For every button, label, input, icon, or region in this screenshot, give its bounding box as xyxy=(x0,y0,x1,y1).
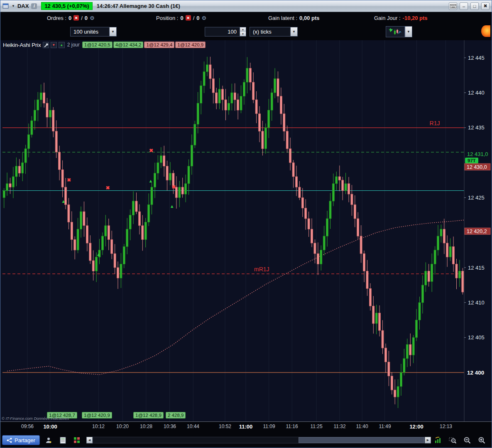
units-dropdown[interactable]: 100 unités ▼ xyxy=(70,27,117,37)
spin-down-icon[interactable]: ▾ xyxy=(240,32,246,37)
copyright-watermark: © IT-Finance.com Données indicatives xyxy=(2,416,69,421)
zoom-in-icon[interactable] xyxy=(477,436,486,444)
chevron-down-icon[interactable]: ▼ xyxy=(12,4,15,8)
orders-group: Ordres : 0 ✖ / 0 ⚙ xyxy=(47,15,93,21)
quantity-stepper[interactable]: 100 ▴ ▾ xyxy=(205,27,246,37)
units-value: 100 unités xyxy=(71,29,109,35)
time-axis-label: 11:25 xyxy=(310,424,322,429)
zoom-selection-icon[interactable] xyxy=(448,436,457,444)
timeframe-dropdown[interactable]: (x) ticks ▼ xyxy=(250,27,298,37)
orders-settings-icon[interactable]: ⚙ xyxy=(90,15,93,21)
gain-day-group: Gain Jour : -10,20 pts xyxy=(374,15,428,21)
time-axis-label: 11:49 xyxy=(379,424,391,429)
svg-text:▲: ▲ xyxy=(61,199,66,204)
position-group: Position : 0 ✖ / 0 ⚙ xyxy=(156,15,205,21)
scrollbar-thumb[interactable] xyxy=(299,437,424,443)
app-window-icon xyxy=(2,3,9,9)
quantity-value: 100 xyxy=(205,29,240,35)
svg-text:▲: ▲ xyxy=(170,204,174,209)
executed-order-tag[interactable]: 1@12 420,9 xyxy=(82,412,112,419)
share-button[interactable]: Partager xyxy=(2,435,40,445)
time-axis-label: 10:00 xyxy=(43,424,57,430)
scrollbar-track[interactable] xyxy=(93,437,425,443)
info-icon[interactable]: i xyxy=(31,3,37,9)
svg-text:12 430,0: 12 430,0 xyxy=(467,164,487,170)
svg-text:12 431,0: 12 431,0 xyxy=(467,151,488,157)
svg-text:12 440: 12 440 xyxy=(468,90,485,96)
buy-shortcut-icon[interactable]: ▲ xyxy=(59,42,65,48)
close-button[interactable]: ✖ xyxy=(481,2,490,10)
indicator-overlay: Heikin-Ashi Prix ▼ ▲ 2 jour 1@12 420,54@… xyxy=(3,41,206,48)
bottom-toolbar: Partager ◀ ▶ xyxy=(0,432,492,448)
candles xyxy=(3,57,464,408)
svg-text:✖: ✖ xyxy=(105,185,110,191)
timeframe-value: (x) ticks xyxy=(250,29,290,35)
time-axis-label: 11:16 xyxy=(286,424,298,429)
chart-area[interactable]: R1JmR1J▲✖▲✖▲✖▲✖12 44512 44012 43512 4251… xyxy=(0,40,492,422)
svg-text:12 415: 12 415 xyxy=(468,265,485,271)
scroll-left-button[interactable]: ◀ xyxy=(86,437,93,443)
position-count-2: 0 xyxy=(196,15,199,21)
time-axis-label: 11:32 xyxy=(333,424,345,429)
svg-text:12 425: 12 425 xyxy=(468,195,485,201)
cancel-orders-icon[interactable]: ✖ xyxy=(73,15,79,20)
gain-day-value: -10,20 pts xyxy=(403,15,428,21)
scroll-right-button[interactable]: ▶ xyxy=(425,437,431,443)
gain-latent-value: 0,00 pts xyxy=(299,15,319,21)
svg-text:▲: ▲ xyxy=(96,252,101,257)
maximize-button[interactable]: □ xyxy=(470,2,479,10)
time-axis-label: 09:56 xyxy=(21,424,34,429)
title-bar: ▼ DAX i 12 430,5 (+0,07%) 14:26:47 Allem… xyxy=(0,0,492,12)
time-axis-label: 10:44 xyxy=(187,424,199,429)
fit-chart-icon[interactable] xyxy=(434,436,442,444)
svg-text:97T: 97T xyxy=(468,158,476,163)
gain-day-label: Gain Jour : xyxy=(374,15,401,21)
svg-text:✖: ✖ xyxy=(172,184,176,190)
wrench-icon[interactable] xyxy=(43,42,49,48)
chart-style-dropdown[interactable]: ▼ xyxy=(405,26,412,37)
order-tag[interactable]: 1@12 420,9 xyxy=(175,41,206,48)
orders-label: Ordres : xyxy=(47,15,66,21)
order-tag[interactable]: 4@12 434,2 xyxy=(113,41,144,48)
chart-canvas[interactable]: R1JmR1J▲✖▲✖▲✖▲✖12 44512 44012 43512 4251… xyxy=(0,40,492,423)
time-axis-label: 11:40 xyxy=(356,424,368,429)
time-axis-label: 12:13 xyxy=(440,424,452,429)
position-count: 0 xyxy=(180,15,183,21)
chevron-down-icon[interactable]: ▼ xyxy=(290,27,297,36)
orders-open-count: 0 xyxy=(69,15,71,21)
streaming-status-icon[interactable] xyxy=(481,25,490,37)
time-axis-label: 12:00 xyxy=(409,424,423,430)
svg-text:12 410: 12 410 xyxy=(468,299,485,306)
quote-badge: 12 430,5 (+0,07%) xyxy=(41,2,92,10)
window-title-text: 14:26:47 Allemagne 30 Cash (1€) xyxy=(97,3,180,9)
indicator-label: Heikin-Ashi Prix xyxy=(3,42,41,48)
svg-text:12 405: 12 405 xyxy=(468,334,485,341)
time-axis-label: 10:36 xyxy=(164,424,176,429)
spin-up-icon[interactable]: ▴ xyxy=(240,27,246,32)
horizontal-scrollbar[interactable]: ◀ ▶ xyxy=(86,437,431,443)
chart-style-button[interactable] xyxy=(386,26,405,37)
time-axis-label: 10:20 xyxy=(116,424,129,429)
executed-order-tag[interactable]: 1@12 428,9 xyxy=(133,412,164,419)
chart-toolbar: 100 unités ▼ 100 ▴ ▾ (x) ticks ▼ ▼ xyxy=(0,23,492,40)
time-axis-label: 10:52 xyxy=(219,424,231,429)
minimize-button[interactable]: – xyxy=(460,2,468,10)
share-icon xyxy=(7,438,12,443)
news-icon[interactable] xyxy=(59,436,67,444)
price-chart-svg[interactable]: R1JmR1J▲✖▲✖▲✖▲✖12 44512 44012 43512 4251… xyxy=(0,40,492,421)
executed-order-tag[interactable]: 2 428,9 xyxy=(166,412,186,419)
order-tag[interactable]: 1@12 420,5 xyxy=(82,41,113,48)
position-settings-icon[interactable]: ⚙ xyxy=(202,15,206,21)
zoom-out-icon[interactable] xyxy=(463,436,471,444)
svg-text:12 400: 12 400 xyxy=(467,370,484,376)
order-tag[interactable]: 1@12 429,4 xyxy=(144,41,174,48)
market-depth-icon[interactable] xyxy=(73,436,81,444)
sell-shortcut-icon[interactable]: ▼ xyxy=(51,42,57,48)
orders-separator: / xyxy=(81,15,83,21)
close-position-icon[interactable]: ✖ xyxy=(186,15,191,20)
account-icon[interactable] xyxy=(44,436,53,444)
keyboard-icon[interactable] xyxy=(449,2,457,10)
chevron-down-icon[interactable]: ▼ xyxy=(109,27,116,36)
time-axis-label: 10:12 xyxy=(92,424,105,429)
quantity-spinner[interactable]: ▴ ▾ xyxy=(240,27,246,36)
